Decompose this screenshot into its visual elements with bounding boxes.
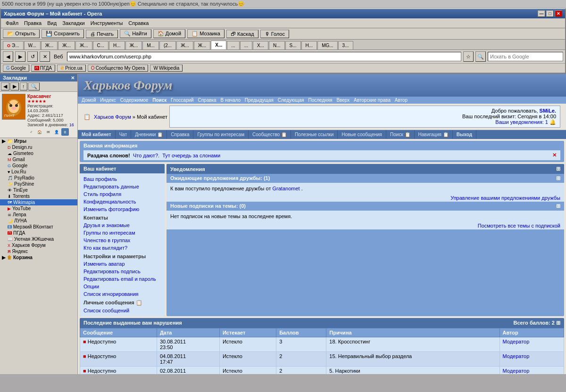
tab-new-messages[interactable]: Новые сообщения (338, 130, 386, 139)
profile-style-link[interactable]: Стиль профиля (80, 190, 165, 198)
home-button[interactable]: 🏠 Домой (153, 29, 186, 38)
bookmark-torrents[interactable]: ⬇Torrents (0, 193, 77, 199)
violations-expand-icon[interactable]: ⊞ (556, 320, 560, 326)
tab-dot1[interactable]: ... (227, 41, 239, 49)
menu-file[interactable]: Файл (3, 19, 21, 27)
tab-dot2[interactable]: ... (240, 41, 252, 49)
bookmark-psyshine[interactable]: ✨PsyShine (0, 181, 77, 187)
tab-groups[interactable]: Группы по интересам (193, 130, 249, 139)
bookmark-opera-community[interactable]: O Сообщество My Opera (88, 65, 149, 72)
bookmark-lj[interactable]: 📖Уютная ЖЖшечка (0, 236, 77, 242)
tab-2[interactable]: (2... (159, 41, 176, 49)
tab-help[interactable]: Справка (167, 130, 193, 139)
tab-mg[interactable]: MG... (317, 41, 337, 49)
bookmark-gismeteo[interactable]: ☁Gismeteo (0, 150, 77, 156)
tab-zh3[interactable]: Ж... (75, 41, 92, 49)
change-photo-link[interactable]: Изменить фотографию (80, 205, 165, 213)
nav-top[interactable]: В начало (220, 98, 241, 103)
menu-help[interactable]: Справка (125, 19, 151, 27)
edit-data-link[interactable]: Редактировать данные (80, 183, 165, 190)
tab-community[interactable]: Сообщество 📋 (249, 130, 291, 139)
voice-button[interactable]: 🎙 Голос (260, 30, 289, 38)
tab-navigation[interactable]: Навигация 📋 (415, 130, 453, 139)
membership-link[interactable]: Членство в группах (80, 237, 165, 244)
bookmark-wikipedia[interactable]: W Wikipedia (150, 65, 183, 72)
tab-n2[interactable]: N... (269, 41, 285, 49)
moderator-2-link[interactable]: Модератор (503, 353, 530, 359)
interest-groups-link[interactable]: Группы по интересам (80, 229, 165, 237)
nav-last[interactable]: Последняя (308, 98, 333, 103)
bookmark-pgda-sb[interactable]: ППГДА (0, 230, 77, 236)
view-subscriptions-link[interactable]: Посмотреть все темы с подпиской (478, 223, 560, 229)
bookmark-tineye[interactable]: 👁TinEye (0, 187, 77, 193)
refresh-button[interactable]: ↺ (27, 51, 38, 62)
tab-useful[interactable]: Полезные ссылки (291, 130, 338, 139)
subscriptions-expand-icon[interactable]: ⊞ (556, 203, 560, 209)
minimize-button[interactable]: — (538, 10, 545, 17)
tab-logout[interactable]: Выход (453, 130, 476, 139)
bookmark-gmail[interactable]: MGmail (0, 156, 77, 163)
welcome-name-link[interactable]: SMiLe. (540, 108, 556, 114)
messages-list-link[interactable]: Список сообщений (80, 307, 165, 314)
cascade-button[interactable]: 🗗 Каскад (226, 30, 258, 38)
bookmark-psyradio[interactable]: 🎵PsyRadio (0, 175, 77, 181)
tab-chat[interactable]: Чат (116, 130, 132, 139)
bookmark-lepra[interactable]: ☠Лепра (0, 212, 77, 218)
tab-kharkov[interactable]: Х... (211, 41, 226, 49)
menu-view[interactable]: Вид (44, 19, 59, 27)
diary-count-link[interactable]: 16 (69, 122, 74, 127)
friends-link[interactable]: Друзья и знакомые (80, 221, 165, 229)
nav-next[interactable]: Следующая (278, 98, 304, 103)
tab-э[interactable]: ОЭ... (3, 41, 24, 49)
nav-prev[interactable]: Предыдущая (245, 98, 274, 103)
maximize-button[interactable]: □ (546, 10, 554, 17)
bookmark-page-button[interactable]: ☆ (463, 51, 474, 62)
manage-friendship-link[interactable]: Управление вашими предложениями дружбы (450, 195, 560, 201)
folder-games[interactable]: ▶ 📁 Игры (0, 138, 77, 144)
nav-home[interactable]: Домой (82, 98, 96, 103)
tab-w[interactable]: W... (24, 41, 41, 49)
bookmark-youtube[interactable]: ▶YouTube (0, 205, 77, 212)
friendship-expand-icon[interactable]: ⊞ (556, 175, 560, 181)
privacy-link[interactable]: Конфиденциальность (80, 198, 165, 205)
sidebar-up-btn[interactable]: ↑ (20, 82, 27, 90)
tab-h[interactable]: Н... (301, 41, 317, 49)
save-button[interactable]: 💾 Сохранить (42, 29, 84, 38)
tab-diaries[interactable]: Дневники 📋 (131, 130, 167, 139)
tab-cabinet[interactable]: Мой кабинет (78, 130, 116, 139)
tab-search[interactable]: Поиск 📋 (386, 130, 415, 139)
notifications-link[interactable]: Ваши уведомления: 1 (495, 119, 548, 125)
tab-m[interactable]: М... (142, 41, 159, 49)
sidebar-back-btn[interactable]: ◀ (1, 82, 9, 90)
bookmark-vk[interactable]: ВМерзкий ВКонтакт (0, 224, 77, 230)
nav-author[interactable]: Автор (395, 98, 408, 103)
options-link[interactable]: Опции (80, 283, 165, 290)
tab-zh6[interactable]: Ж... (194, 41, 211, 49)
sidebar-forward-btn[interactable]: ▶ (10, 82, 19, 90)
queue-link[interactable]: Тут очередь за слонами (162, 153, 220, 158)
folder-trash[interactable]: ▶ 🗑 Корзина (0, 254, 77, 261)
tab-s2[interactable]: S... (285, 41, 301, 49)
edit-signature-link[interactable]: Редактировать подпись (80, 268, 165, 275)
bookmark-wikimapia[interactable]: 🗺Wikimapia (0, 199, 77, 205)
moderator-3-link[interactable]: Модератор (503, 368, 530, 374)
mosaic-button[interactable]: 📋 Мозаика (187, 29, 225, 38)
stop-button[interactable]: ✕ (40, 51, 50, 62)
bookmark-luna[interactable]: 🌙ЛУНА (0, 218, 77, 224)
address-input[interactable] (67, 52, 461, 61)
menu-tools[interactable]: Инструменты (88, 19, 126, 27)
edit-email-link[interactable]: Редактировать email и пароль (80, 275, 165, 283)
change-avatar-link[interactable]: Изменить аватар (80, 260, 165, 268)
tab-s[interactable]: С... (93, 41, 109, 49)
bookmark-google[interactable]: G Google (3, 65, 29, 72)
moderator-1-link[interactable]: Модератор (503, 339, 530, 344)
profile-link[interactable]: Ваш профиль (80, 175, 165, 183)
search-input[interactable] (488, 52, 563, 61)
vk-icon[interactable]: В (61, 128, 69, 136)
close-button[interactable]: ✕ (555, 10, 562, 17)
breadcrumb-forum-link[interactable]: Харьков Форум (94, 114, 131, 120)
open-button[interactable]: 📂 Открыть (3, 29, 40, 38)
back-button[interactable]: ◀ (3, 51, 13, 62)
nav-up[interactable]: Вверх (336, 98, 350, 103)
menu-bookmarks[interactable]: Закладки (59, 19, 88, 27)
